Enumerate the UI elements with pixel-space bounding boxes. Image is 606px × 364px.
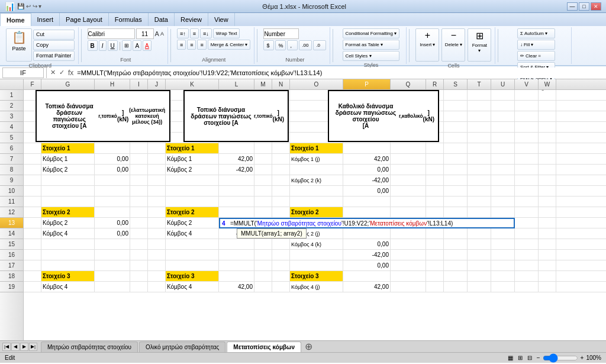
cell-O7[interactable]: Κόμβος 1 (j) [290, 154, 343, 164]
clear-button[interactable]: ✏ Clear = [517, 51, 555, 61]
cell-I6[interactable] [130, 143, 148, 153]
copy-button[interactable]: Copy [33, 40, 75, 50]
cell-N19[interactable] [272, 282, 290, 292]
cell-V9[interactable] [515, 175, 539, 185]
underline-button[interactable]: U [108, 40, 118, 51]
autosum-button[interactable]: Σ AutoSum ▾ [517, 28, 555, 38]
cell-Q16[interactable] [391, 250, 426, 260]
maximize-button[interactable]: □ [579, 2, 589, 11]
row-header-11[interactable]: 11 [0, 197, 23, 207]
cell-J7[interactable] [148, 154, 166, 164]
cell-F14[interactable] [24, 228, 41, 239]
row-header-5[interactable]: 5 [0, 133, 23, 143]
cell-Q9[interactable] [391, 175, 426, 185]
cell-N7[interactable] [272, 154, 290, 164]
cell-F10[interactable] [24, 186, 41, 196]
cell-U12[interactable] [491, 207, 515, 217]
insert-function-icon[interactable]: fx [67, 69, 75, 77]
cell-W16[interactable] [539, 250, 556, 260]
cell-K9[interactable] [166, 175, 219, 185]
col-header-R[interactable]: R [426, 79, 444, 89]
cell-G7[interactable]: Κόμβος 1 [41, 154, 95, 164]
cell-L16[interactable] [219, 250, 254, 260]
italic-button[interactable]: I [99, 40, 107, 51]
cell-Q18[interactable] [391, 271, 426, 281]
cell-V10[interactable] [515, 186, 539, 196]
cell-T4[interactable] [468, 122, 491, 132]
cell-W18[interactable] [539, 271, 556, 281]
cell-N15[interactable] [272, 239, 290, 249]
cell-O10[interactable] [290, 186, 343, 196]
cell-K7[interactable]: Κόμβος 1 [166, 154, 219, 164]
cell-T18[interactable] [468, 271, 491, 281]
cell-V13[interactable] [515, 218, 539, 228]
border-button[interactable]: ⊞ [122, 40, 131, 51]
cell-R16[interactable] [426, 250, 444, 260]
cell-T5[interactable] [468, 133, 491, 143]
cell-M17[interactable] [254, 260, 272, 270]
cell-S2[interactable] [444, 101, 468, 111]
cell-W9[interactable] [539, 175, 556, 185]
cell-G8[interactable]: Κόμβος 2 [41, 165, 95, 175]
sheet-tab-next[interactable]: ▶ [20, 343, 28, 351]
cell-L18[interactable] [219, 271, 254, 281]
cell-H19[interactable] [95, 282, 130, 292]
cell-L9[interactable] [219, 175, 254, 185]
sheet-tab-last[interactable]: ▶| [29, 343, 37, 351]
cell-V5[interactable] [515, 133, 539, 143]
col-header-W[interactable]: W [539, 79, 556, 89]
cell-V4[interactable] [515, 122, 539, 132]
cell-N10[interactable] [272, 186, 290, 196]
cell-G17[interactable] [41, 260, 95, 270]
cell-T8[interactable] [468, 165, 491, 175]
cell-K15[interactable] [166, 239, 219, 249]
cell-W12[interactable] [539, 207, 556, 217]
number-format-input[interactable] [263, 28, 299, 39]
col-header-M[interactable]: M [254, 79, 272, 89]
font-grow-icon[interactable]: A [155, 30, 159, 37]
tab-review[interactable]: Review [175, 13, 208, 26]
cell-P10[interactable]: 0,00 [343, 186, 391, 196]
delete-button[interactable]: − Delete ▾ [441, 28, 465, 62]
cell-L6[interactable] [219, 143, 254, 153]
col-header-J[interactable]: J [148, 79, 166, 89]
sheet-tab-2[interactable]: Ολικό μητρώο στιβαρότητας [139, 342, 225, 352]
cell-F13[interactable] [24, 218, 41, 228]
cell-R15[interactable] [426, 239, 444, 249]
cell-V18[interactable] [515, 271, 539, 281]
cell-K13[interactable]: Κόμβος 2 [166, 218, 219, 228]
bold-button[interactable]: B [88, 40, 98, 51]
row-header-7[interactable]: 7 [0, 154, 23, 165]
zoom-in-button[interactable]: + [581, 355, 584, 361]
cell-V19[interactable] [515, 282, 539, 292]
cell-styles-button[interactable]: Cell Styles ▾ [343, 51, 400, 61]
tab-page-layout[interactable]: Page Layout [60, 13, 109, 26]
cell-W17[interactable] [539, 260, 556, 270]
cell-N11[interactable] [272, 197, 290, 207]
align-center-button[interactable]: ≡ [187, 40, 196, 50]
row-header-17[interactable]: 17 [0, 260, 23, 271]
cell-P17[interactable]: 0,00 [343, 260, 391, 270]
cell-S18[interactable] [444, 271, 468, 281]
cell-U8[interactable] [491, 165, 515, 175]
cell-K12[interactable]: Στοιχείο 2 [166, 207, 219, 217]
tab-home[interactable]: Home [0, 13, 31, 26]
cell-I8[interactable] [130, 165, 148, 175]
cell-M9[interactable] [254, 175, 272, 185]
cell-J11[interactable] [148, 197, 166, 207]
cell-R17[interactable] [426, 260, 444, 270]
cell-Q14[interactable] [391, 228, 426, 239]
cut-button[interactable]: Cut [33, 30, 75, 40]
font-name-input[interactable] [88, 28, 135, 39]
cell-Q17[interactable] [391, 260, 426, 270]
cell-O17[interactable] [290, 260, 343, 270]
cell-U18[interactable] [491, 271, 515, 281]
cell-M10[interactable] [254, 186, 272, 196]
cell-H11[interactable] [95, 197, 130, 207]
cell-L8[interactable]: -42,00 [219, 165, 254, 175]
cell-W13[interactable] [539, 218, 556, 228]
align-left-button[interactable]: ≡ [177, 40, 186, 50]
row-header-4[interactable]: 4 [0, 122, 23, 133]
cell-K6[interactable]: Στοιχείο 1 [166, 143, 219, 153]
cell-Q11[interactable] [391, 197, 426, 207]
